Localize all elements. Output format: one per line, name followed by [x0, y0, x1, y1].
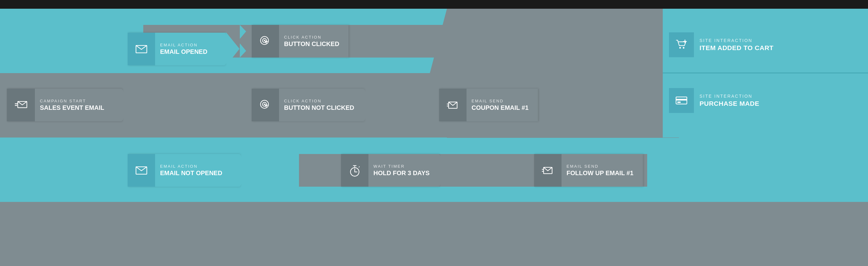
- top-bar: [0, 0, 868, 9]
- lane-remainder: [0, 202, 868, 266]
- svg-point-62: [683, 47, 684, 48]
- svg-line-57: [359, 166, 360, 167]
- item-added-icon-top: [669, 32, 694, 57]
- campaign-start-icon-top: [7, 89, 35, 121]
- svg-point-61: [679, 47, 681, 48]
- svg-rect-66: [676, 99, 687, 100]
- wait-timer-node-top[interactable]: WAIT TIMER HOLD FOR 3 DAYS: [341, 154, 439, 187]
- btn-clicked-node-top[interactable]: CLICK ACTION BUTTON CLICKED: [252, 25, 348, 58]
- campaign-start-node-top[interactable]: CAMPAIGN START SALES EVENT EMAIL: [7, 89, 121, 121]
- email-not-opened-node-top[interactable]: EMAIL ACTION EMAIL NOT OPENED: [128, 154, 240, 187]
- btn-not-clicked-node-top[interactable]: CLICK ACTION BUTTON NOT CLICKED: [252, 89, 364, 121]
- coupon-email-node-top[interactable]: EMAIL SEND COUPON EMAIL #1: [439, 89, 538, 121]
- purchase-made-node-top[interactable]: SITE INTERACTION PURCHASE MADE: [663, 72, 868, 128]
- svg-rect-67: [677, 101, 681, 103]
- item-added-node-top[interactable]: SITE INTERACTION ITEM ADDED TO CART: [663, 17, 868, 72]
- follow-up-email-node-top[interactable]: EMAIL SEND FOLLOW UP EMAIL #1: [534, 154, 643, 187]
- purchase-made-icon-top: [669, 88, 694, 113]
- email-opened-node-top[interactable]: EMAIL ACTION EMAIL OPENED: [128, 33, 224, 65]
